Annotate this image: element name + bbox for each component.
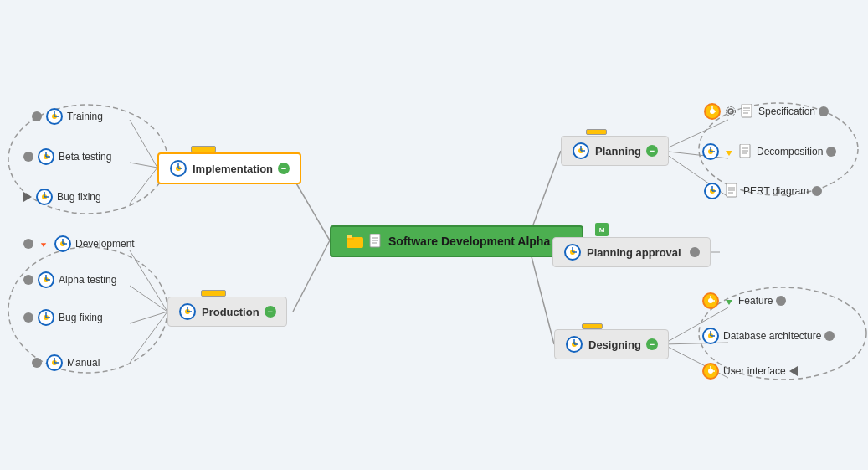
gear-icon [725, 106, 737, 117]
clock-icon [701, 142, 720, 161]
svg-line-14 [130, 312, 167, 323]
document-icon [740, 104, 755, 119]
beta-testing-leaf: Beta testing [23, 147, 111, 166]
training-leaf: Training [32, 107, 103, 126]
clock-icon [572, 142, 590, 160]
pin-icon [723, 144, 735, 159]
clock-icon [37, 147, 55, 166]
clock-icon [54, 235, 72, 253]
document-icon [368, 234, 383, 249]
database-arch-label: Database architecture [723, 330, 821, 342]
alpha-testing-leaf: Alpha testing [23, 271, 116, 289]
pert-diagram-leaf: PERT diagram [703, 182, 822, 200]
clock-icon [45, 354, 64, 372]
training-label: Training [67, 111, 103, 122]
planning-folder-tab [586, 129, 607, 135]
svg-marker-64 [41, 243, 46, 247]
development-leaf: Development [23, 235, 135, 253]
dot [826, 147, 836, 157]
designing-node[interactable]: Designing [554, 329, 669, 359]
clock-icon [701, 292, 720, 310]
bug-fixing-2-label: Bug fixing [59, 312, 103, 323]
svg-marker-116 [726, 300, 732, 305]
designing-folder-tab [582, 323, 603, 329]
svg-marker-97 [726, 151, 732, 156]
planning-approval-dot [690, 247, 700, 257]
pert-diagram-label: PERT diagram [743, 185, 809, 197]
clock-icon [35, 188, 54, 206]
specification-leaf: Specification [703, 102, 829, 121]
feature-label: Feature [738, 295, 773, 307]
clock-icon [178, 302, 197, 321]
manual-leaf: Manual [32, 354, 100, 372]
arrow-icon [789, 366, 798, 376]
planning-approval-label: Planning approval [587, 246, 681, 259]
pin-icon [37, 237, 50, 250]
clock-icon [37, 271, 55, 289]
dot [812, 186, 822, 196]
clock-icon [703, 182, 722, 200]
clock-icon [703, 102, 722, 121]
beta-testing-label: Beta testing [59, 151, 111, 163]
svg-rect-25 [347, 235, 352, 238]
clock-icon [565, 335, 583, 354]
svg-point-85 [728, 109, 733, 114]
svg-line-10 [130, 163, 157, 168]
svg-line-5 [293, 240, 330, 312]
clock-icon [169, 159, 187, 178]
svg-line-13 [130, 286, 167, 312]
svg-line-12 [130, 250, 167, 312]
central-label: Software Development Alpha [388, 235, 550, 248]
database-arch-leaf: Database architecture [701, 327, 835, 345]
dot [23, 312, 33, 323]
implementation-node[interactable]: Implementation [157, 152, 301, 184]
decomposition-leaf: Decomposition [701, 142, 836, 161]
prod-folder-tab [201, 290, 226, 297]
pin-icon [723, 293, 735, 308]
designing-label: Designing [588, 338, 641, 351]
manual-label: Manual [67, 357, 100, 369]
development-label: Development [75, 238, 135, 250]
folder-icon [347, 235, 363, 248]
dot [776, 296, 786, 306]
implementation-minus[interactable] [278, 163, 290, 174]
implementation-label: Implementation [193, 163, 273, 175]
svg-line-15 [130, 312, 167, 363]
clock-icon [37, 308, 55, 327]
dot [23, 239, 33, 249]
impl-folder-tab [191, 146, 216, 152]
bug-fixing-1-label: Bug fixing [57, 191, 101, 203]
user-interface-label: User interface [723, 365, 786, 377]
dot [23, 152, 33, 162]
dot [32, 358, 42, 368]
arrow [23, 192, 32, 202]
dot [32, 111, 42, 121]
svg-point-86 [727, 107, 736, 116]
dot [824, 331, 835, 341]
bug-fixing-1-leaf: Bug fixing [23, 188, 101, 206]
dot [23, 275, 33, 285]
specification-label: Specification [758, 106, 815, 117]
central-node[interactable]: Software Development Alpha [330, 225, 583, 257]
clock-icon [701, 327, 720, 345]
production-minus[interactable] [265, 306, 276, 318]
document-icon [738, 144, 753, 159]
designing-minus[interactable] [646, 338, 658, 350]
user-interface-leaf: User interface [701, 362, 798, 380]
planning-minus[interactable] [646, 145, 658, 157]
svg-line-9 [130, 120, 157, 168]
planning-node[interactable]: Planning [561, 136, 669, 166]
clock-icon [45, 107, 64, 126]
decomposition-label: Decomposition [757, 146, 823, 158]
clock-icon [563, 243, 582, 261]
alpha-testing-label: Alpha testing [59, 274, 116, 286]
m-badge: M [595, 223, 609, 236]
bug-fixing-2-leaf: Bug fixing [23, 308, 103, 327]
production-label: Production [202, 306, 259, 318]
clock-icon [701, 362, 720, 380]
document-icon [725, 183, 740, 199]
planning-approval-node[interactable]: Planning approval M [552, 237, 711, 267]
svg-line-11 [130, 168, 157, 204]
planning-label: Planning [595, 145, 641, 158]
production-node[interactable]: Production [167, 297, 287, 327]
